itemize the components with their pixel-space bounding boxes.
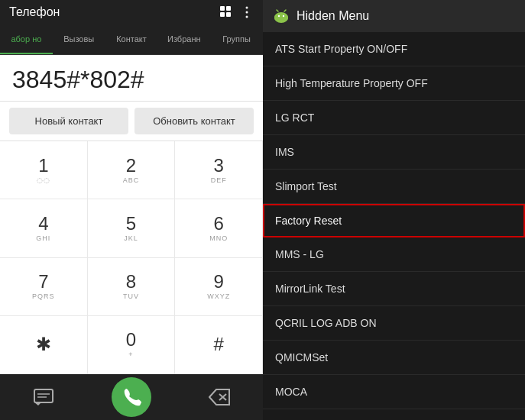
svg-point-5 bbox=[246, 11, 248, 14]
bottom-bar bbox=[0, 374, 263, 420]
dialpad-key-3[interactable]: 3DEF bbox=[175, 141, 263, 199]
backspace-button[interactable] bbox=[199, 380, 239, 414]
key-main-label: ✱ bbox=[36, 335, 51, 354]
key-main-label: 9 bbox=[213, 273, 223, 291]
menu-item[interactable]: QCRIL LOG ADB ON bbox=[263, 306, 525, 341]
tab-groups[interactable]: Группы bbox=[210, 24, 263, 54]
menu-item[interactable]: Slimport Test bbox=[263, 170, 525, 204]
menu-item[interactable]: High Temperature Property OFF bbox=[263, 66, 525, 101]
hidden-menu-panel: Hidden Menu ATS Start Property ON/OFFHig… bbox=[263, 0, 525, 420]
menu-item[interactable]: IMS bbox=[263, 135, 525, 170]
menu-item[interactable]: MirrorLink Test bbox=[263, 272, 525, 306]
tabs-row: абор но Вызовы Контакт Избранн Группы bbox=[0, 24, 263, 55]
key-sub-label: TUV bbox=[123, 292, 139, 300]
key-main-label: # bbox=[213, 335, 223, 354]
grid-icon bbox=[219, 5, 234, 20]
key-main-label: 3 bbox=[213, 157, 223, 175]
key-sub-label: GHI bbox=[36, 234, 50, 242]
dialpad-key-#[interactable]: # bbox=[175, 316, 263, 374]
dialpad-key-5[interactable]: 5JKL bbox=[88, 199, 176, 257]
dialed-number: 3845#*802# bbox=[12, 66, 144, 94]
dialpad-key-0[interactable]: 0+ bbox=[88, 316, 176, 374]
dial-display: 3845#*802# bbox=[0, 55, 263, 101]
key-main-label: 0 bbox=[126, 331, 136, 349]
menu-item[interactable]: QMICMSet bbox=[263, 341, 525, 375]
menu-item[interactable]: MOCA bbox=[263, 375, 525, 409]
svg-rect-7 bbox=[34, 389, 53, 402]
svg-rect-0 bbox=[220, 6, 225, 11]
key-sub-label: ABC bbox=[123, 176, 140, 184]
key-main-label: 6 bbox=[213, 215, 223, 233]
key-sub-label: WXYZ bbox=[207, 292, 230, 300]
svg-rect-13 bbox=[274, 15, 288, 21]
key-sub-label: MNO bbox=[209, 234, 228, 242]
tab-contacts[interactable]: Контакт bbox=[105, 24, 158, 54]
hidden-menu-title: Hidden Menu bbox=[297, 9, 369, 23]
key-main-label: 8 bbox=[126, 273, 136, 291]
menu-item[interactable]: Factory Reset bbox=[263, 204, 525, 237]
key-sub-label: DEF bbox=[211, 176, 227, 184]
key-main-label: 1 bbox=[38, 157, 48, 175]
call-icon bbox=[122, 387, 141, 407]
dialpad-key-7[interactable]: 7PQRS bbox=[0, 258, 88, 316]
status-bar: Телефон bbox=[0, 0, 263, 24]
dialpad: 1◌◌2ABC3DEF4GHI5JKL6MNO7PQRS8TUV9WXYZ✱0+… bbox=[0, 141, 263, 374]
tab-dialpad[interactable]: абор но bbox=[0, 24, 53, 54]
svg-point-4 bbox=[246, 7, 248, 9]
dialpad-key-4[interactable]: 4GHI bbox=[0, 199, 88, 257]
svg-rect-2 bbox=[220, 12, 225, 17]
svg-rect-3 bbox=[226, 12, 231, 17]
menu-item[interactable]: LG RCT bbox=[263, 101, 525, 135]
hidden-menu-header: Hidden Menu bbox=[263, 0, 525, 32]
android-icon bbox=[272, 7, 290, 25]
dialpad-key-2[interactable]: 2ABC bbox=[88, 141, 176, 199]
key-main-label: 4 bbox=[38, 215, 48, 233]
tab-calls[interactable]: Вызовы bbox=[53, 24, 105, 54]
new-contact-button[interactable]: Новый контакт bbox=[9, 108, 128, 134]
dialpad-key-1[interactable]: 1◌◌ bbox=[0, 141, 88, 199]
dialpad-key-✱[interactable]: ✱ bbox=[0, 316, 88, 374]
key-sub-label: ◌◌ bbox=[37, 176, 50, 184]
tab-favorites[interactable]: Избранн bbox=[157, 24, 210, 54]
key-sub-label: JKL bbox=[124, 234, 138, 242]
svg-rect-1 bbox=[226, 6, 231, 11]
svg-line-17 bbox=[284, 10, 286, 11]
contact-buttons-row: Новый контакт Обновить контакт bbox=[0, 101, 263, 141]
dialpad-key-9[interactable]: 9WXYZ bbox=[175, 258, 263, 316]
svg-point-6 bbox=[246, 16, 248, 18]
key-main-label: 2 bbox=[126, 157, 136, 175]
key-sub-label: + bbox=[128, 351, 133, 358]
app-title: Телефон bbox=[9, 5, 60, 19]
phone-panel: Телефон абор но Вызовы Контакт Избранн Г… bbox=[0, 0, 263, 420]
key-main-label: 5 bbox=[126, 215, 136, 233]
svg-point-14 bbox=[278, 15, 280, 17]
key-sub-label: PQRS bbox=[32, 292, 55, 300]
menu-list: ATS Start Property ON/OFFHigh Temperatur… bbox=[263, 32, 525, 420]
update-contact-button[interactable]: Обновить контакт bbox=[134, 108, 254, 134]
dialpad-key-6[interactable]: 6MNO bbox=[175, 199, 263, 257]
status-icons bbox=[219, 5, 254, 20]
svg-point-15 bbox=[283, 15, 284, 17]
menu-item[interactable]: MMS - LG bbox=[263, 237, 525, 272]
backspace-icon bbox=[209, 389, 230, 405]
key-main-label: 7 bbox=[38, 273, 48, 291]
message-icon bbox=[34, 389, 53, 405]
menu-item[interactable]: ATS Start Property ON/OFF bbox=[263, 32, 525, 66]
more-icon[interactable] bbox=[240, 5, 254, 19]
messages-button[interactable] bbox=[24, 380, 63, 414]
dialpad-key-8[interactable]: 8TUV bbox=[88, 258, 176, 316]
svg-line-16 bbox=[277, 10, 278, 11]
call-button[interactable] bbox=[112, 377, 151, 417]
